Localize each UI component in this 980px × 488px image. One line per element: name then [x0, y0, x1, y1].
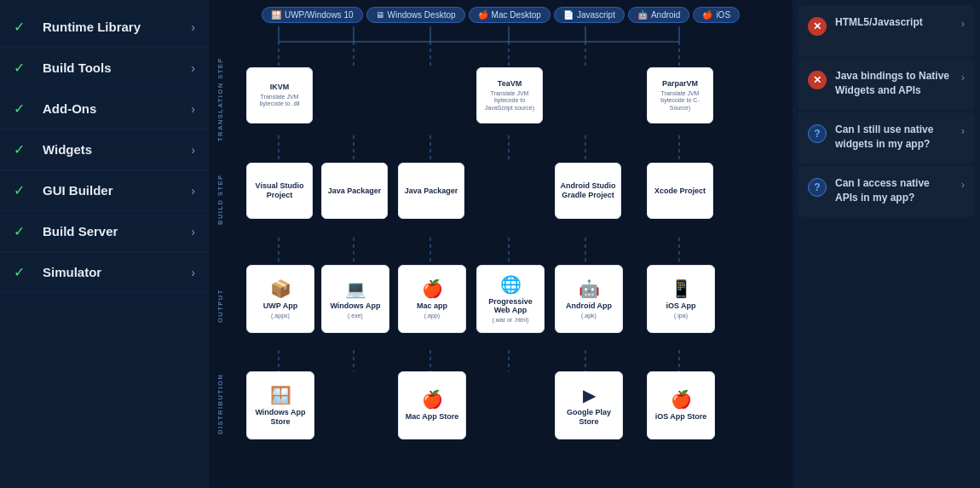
card-teavm[interactable]: TeaVM Translate JVM bytecode to JavaScri… [476, 67, 543, 123]
tab-label-win-desktop: Windows Desktop [388, 10, 456, 20]
right-text-native-apis: Can I access native APIs in my app? [835, 176, 953, 205]
sidebar-item-build-server[interactable]: ✓ Build Server › [0, 211, 209, 252]
card-xcode[interactable]: Xcode Project [647, 163, 713, 219]
android-app-title: Android App [566, 301, 612, 311]
right-item-html5-js[interactable]: ✕ HTML5/Javascript › [798, 5, 975, 56]
ikvm-subtitle: Translate JVM bytecode to .dll [251, 94, 308, 108]
windows-app-title: Windows App [330, 301, 380, 311]
sidebar-item-add-ons[interactable]: ✓ Add-Ons › [0, 89, 209, 129]
chevron-right-icon: › [191, 225, 195, 238]
tab-label-ios: iOS [716, 10, 730, 20]
sidebar-item-build-tools[interactable]: ✓ Build Tools › [0, 48, 209, 89]
win-store-icon: 🪟 [270, 385, 291, 405]
card-win-store[interactable]: 🪟 Windows App Store [246, 371, 314, 439]
sidebar-item-gui-builder[interactable]: ✓ GUI Builder › [0, 170, 209, 211]
right-icon-native-widgets: ? [808, 124, 827, 143]
tab-label-javascript: Javascript [577, 10, 615, 20]
sidebar-label: Add-Ons [43, 101, 191, 116]
card-mac-store[interactable]: 🍎 Mac App Store [398, 371, 466, 439]
check-icon: ✓ [14, 223, 31, 239]
ios-app-title: iOS App [666, 301, 695, 311]
card-parparvm[interactable]: ParparVM Translate JVM bytecode to C-Sou… [647, 67, 713, 123]
card-android-studio[interactable]: Android Studio Gradle Project [555, 163, 621, 219]
card-uwp-app[interactable]: 📦 UWP App (.appx) [246, 265, 314, 333]
windows-app-subtitle: (.exe) [348, 313, 363, 319]
sidebar-label: GUI Builder [43, 183, 191, 198]
sidebar-item-runtime-library[interactable]: ✓ Runtime Library › [0, 7, 209, 48]
chevron-right-icon: › [191, 20, 195, 34]
check-icon: ✓ [14, 60, 31, 76]
center-diagram: 🪟UWP/Windows 10🖥Windows Desktop🍎Mac Desk… [209, 0, 793, 488]
tab-ios[interactable]: 🍎iOS [693, 7, 740, 23]
right-icon-java-bindings: ✕ [808, 71, 827, 89]
parparvm-subtitle: Translate JVM bytecode to C-Source) [651, 90, 709, 112]
ikvm-title: IKVM [270, 83, 290, 92]
mac-app-title: Mac app [417, 301, 447, 311]
win-store-title: Windows App Store [251, 408, 310, 427]
card-ios-store[interactable]: 🍎 iOS App Store [647, 371, 715, 439]
xcode-title: Xcode Project [654, 187, 706, 196]
card-ikvm[interactable]: IKVM Translate JVM bytecode to .dll [246, 67, 313, 123]
uwp-app-icon: 📦 [270, 278, 291, 299]
windows-app-icon: 💻 [345, 278, 366, 299]
uwp-app-title: UWP App [263, 301, 298, 311]
mac-app-icon: 🍎 [422, 278, 443, 299]
card-java-packager-1[interactable]: Java Packager [321, 163, 388, 219]
tab-javascript[interactable]: 📄Javascript [554, 7, 625, 23]
right-icon-html5-js: ✕ [808, 17, 827, 36]
tab-icon-win-desktop: 🖥 [376, 10, 384, 20]
right-item-native-widgets[interactable]: ? Can I still use native widgets in my a… [798, 112, 975, 164]
mac-app-subtitle: (.app) [424, 313, 440, 319]
card-google-play[interactable]: ▶ Google Play Store [555, 371, 623, 439]
sidebar-label: Build Server [43, 224, 191, 238]
chevron-right-icon: › [191, 143, 195, 157]
diagram-wrapper: Translation StepBuild StepOutputDistribu… [212, 26, 789, 446]
step-label-build: Build Step [212, 148, 228, 250]
right-icon-native-apis: ? [808, 178, 827, 197]
java-packager-1-title: Java Packager [328, 187, 382, 196]
tab-win-desktop[interactable]: 🖥Windows Desktop [366, 7, 465, 23]
mac-store-icon: 🍎 [422, 389, 443, 410]
tab-uwp[interactable]: 🪟UWP/Windows 10 [262, 7, 363, 23]
step-label-output: Output [212, 250, 228, 361]
android-app-subtitle: (.apk) [581, 313, 597, 319]
check-icon: ✓ [14, 100, 31, 117]
step-label-distribution: Distribution [212, 361, 228, 446]
check-icon: ✓ [14, 264, 31, 280]
check-icon: ✓ [14, 19, 31, 35]
tab-icon-ios: 🍎 [702, 10, 712, 20]
google-play-title: Google Play Store [559, 408, 619, 427]
right-item-java-bindings[interactable]: ✕ Java bindings to Native Widgets and AP… [798, 59, 975, 110]
uwp-app-subtitle: (.appx) [271, 313, 290, 319]
right-panel: ✕ HTML5/Javascript › ✕ Java bindings to … [793, 0, 980, 488]
chevron-right-icon: › [191, 266, 195, 279]
check-icon: ✓ [14, 182, 31, 198]
chevron-right-icon: › [961, 124, 965, 137]
right-item-native-apis[interactable]: ? Can I access native APIs in my app? › [798, 166, 975, 217]
card-android-app[interactable]: 🤖 Android App (.apk) [555, 265, 623, 333]
ios-app-icon: 📱 [671, 278, 692, 299]
mac-store-title: Mac App Store [406, 412, 459, 422]
card-ios-app[interactable]: 📱 iOS App (.ipa) [647, 265, 715, 333]
sidebar-item-simulator[interactable]: ✓ Simulator › [0, 252, 209, 293]
card-mac-app[interactable]: 🍎 Mac app (.app) [398, 265, 466, 333]
card-windows-app[interactable]: 💻 Windows App (.exe) [321, 265, 389, 333]
card-vs-project[interactable]: Visual Studio Project [246, 163, 313, 219]
tab-icon-mac-desktop: 🍎 [478, 10, 488, 20]
sidebar-label: Widgets [43, 142, 191, 157]
main-diagram: Translation StepBuild StepOutputDistribu… [212, 26, 789, 446]
step-label-translation: Translation Step [212, 50, 228, 148]
card-pwa[interactable]: 🌐 Progressive Web App (.war or .html) [476, 265, 545, 333]
android-app-icon: 🤖 [579, 278, 600, 299]
tab-android[interactable]: 🤖Android [628, 7, 689, 23]
sidebar-item-widgets[interactable]: ✓ Widgets › [0, 129, 209, 170]
android-studio-title: Android Studio Gradle Project [559, 181, 617, 200]
sidebar-label: Runtime Library [43, 20, 191, 34]
card-java-packager-2[interactable]: Java Packager [398, 163, 464, 219]
tab-icon-javascript: 📄 [563, 10, 574, 20]
ios-store-title: iOS App Store [655, 412, 707, 422]
pwa-icon: 🌐 [500, 274, 522, 295]
vs-project-title: Visual Studio Project [251, 181, 308, 200]
tab-mac-desktop[interactable]: 🍎Mac Desktop [469, 7, 551, 23]
diagram-content: IKVM Translate JVM bytecode to .dll TeaV… [228, 26, 789, 446]
